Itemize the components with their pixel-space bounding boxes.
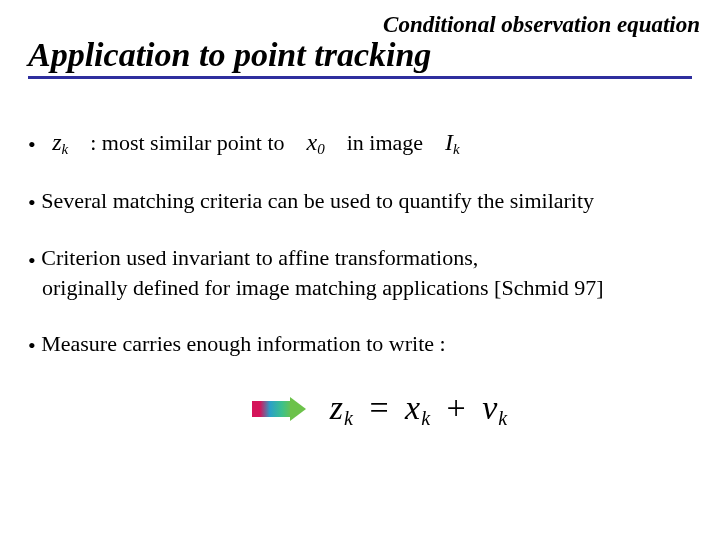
equation: zk = xk + vk (330, 387, 508, 431)
slide-title: Application to point tracking (28, 36, 692, 74)
math-Ik-sub: k (453, 141, 460, 157)
math-zk-base: z (52, 129, 61, 155)
arrow-icon (252, 397, 306, 421)
arrow-body (252, 401, 292, 417)
eq-x-base: x (405, 389, 421, 426)
arrow-head (290, 397, 306, 421)
math-zk-sub: k (62, 141, 69, 157)
content-area: • zk : most similar point to x0 in image… (28, 127, 692, 431)
bullet-3-line-1: Criterion used invariant to affine trans… (41, 245, 478, 270)
eq-z-base: z (330, 389, 344, 426)
eq-x-sub: k (421, 407, 431, 429)
eq-plus: + (447, 389, 467, 426)
math-x0-base: x (307, 129, 318, 155)
bullet-dot: • (28, 247, 36, 275)
equation-row: zk = xk + vk (28, 387, 692, 431)
bullet-dot: • (28, 189, 36, 217)
header-right: Conditional observation equation (28, 12, 700, 38)
bullet-2-text: Several matching criteria can be used to… (41, 188, 594, 213)
bullet-4: • Measure carries enough information to … (28, 330, 692, 360)
eq-z-sub: k (344, 407, 354, 429)
bullet-dot: • (28, 332, 36, 360)
bullet-3: • Criterion used invariant to affine tra… (28, 244, 692, 301)
bullet-1-text-1: : most similar point to (90, 130, 284, 155)
bullet-1: • zk : most similar point to x0 in image… (28, 127, 692, 159)
eq-v-sub: k (498, 407, 508, 429)
bullet-2: • Several matching criteria can be used … (28, 187, 692, 217)
title-underline (28, 76, 692, 79)
eq-v-base: v (482, 389, 498, 426)
math-Ik-base: I (445, 129, 453, 155)
bullet-3-line-2: originally defined for image matching ap… (42, 275, 603, 300)
bullet-4-text: Measure carries enough information to wr… (41, 331, 445, 356)
math-x0: x0 (307, 129, 325, 155)
bullet-1-text-2: in image (347, 130, 423, 155)
slide: Conditional observation equation Applica… (0, 0, 720, 540)
math-Ik: Ik (445, 129, 460, 155)
eq-equals: = (369, 389, 389, 426)
math-x0-sub: 0 (317, 141, 325, 157)
bullet-dot: • (28, 131, 36, 159)
math-zk: zk (52, 129, 68, 155)
